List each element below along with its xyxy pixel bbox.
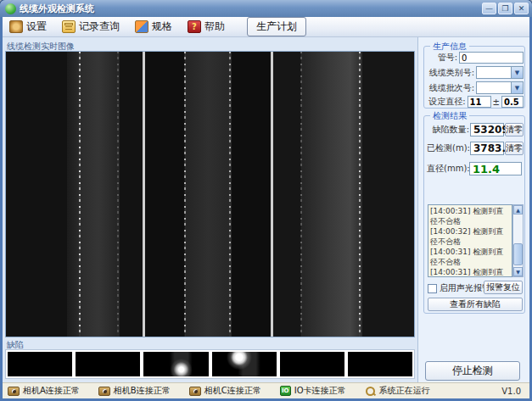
settings-icon	[9, 20, 23, 33]
toolbar: 设置 记录查询 规格 ? 帮助 生产计划	[3, 17, 529, 37]
wire-edge-highlight	[79, 52, 81, 337]
help-button[interactable]: ? 帮助	[186, 19, 227, 35]
client-area: 线缆检测实时图像 缺陷	[3, 37, 529, 382]
wire-edge-right	[359, 52, 361, 337]
defect-thumbnail[interactable]	[143, 352, 208, 376]
window-title: 线缆外观检测系统	[20, 3, 480, 15]
spec-label: 规格	[152, 19, 172, 34]
chevron-down-icon[interactable]: ▼	[511, 67, 523, 78]
defect-blob	[212, 352, 277, 376]
log-scrollbar[interactable]: ▲ ▼	[512, 204, 524, 277]
cable-batch-select[interactable]: ▼	[476, 81, 524, 94]
defect-thumbnail-strip	[5, 349, 415, 379]
version-label: V1.0	[501, 387, 524, 396]
cable-class-select[interactable]: ▼	[476, 66, 524, 79]
spec-icon	[135, 20, 148, 33]
log-entry: [14:00:31] 检测到直径不合格	[430, 206, 510, 226]
settings-label: 设置	[26, 19, 47, 34]
io-card-status-text: IO卡连接正常	[294, 385, 346, 397]
defect-thumbnail[interactable]	[8, 352, 72, 376]
maximize-button[interactable]: ❐	[498, 3, 512, 14]
alarm-checkbox-label: 启用声光报警	[440, 282, 490, 294]
defect-count-value: 53209	[470, 123, 504, 136]
defect-count-label: 缺陷数量:	[427, 124, 469, 136]
io-card-status: IO IO卡连接正常	[280, 385, 346, 397]
camera-c-view	[273, 52, 414, 337]
camera-a-view	[6, 52, 143, 337]
stop-detection-button[interactable]: 停止检测	[425, 361, 520, 381]
system-running-text: 系统正在运行	[379, 385, 430, 397]
tube-number-row: 管号:	[427, 52, 524, 64]
camera-b-status-text: 相机B连接正常	[114, 385, 171, 397]
settings-button[interactable]: 设置	[8, 19, 48, 35]
record-book-icon	[62, 20, 76, 33]
set-diameter-input[interactable]	[468, 96, 491, 108]
plus-minus-sign: ±	[493, 97, 500, 107]
tube-number-input[interactable]	[459, 52, 524, 64]
system-running-status: 系统正在运行	[365, 385, 430, 397]
view-all-defects-button[interactable]: 查看所有缺陷	[428, 298, 523, 311]
help-book-icon: ?	[188, 20, 201, 33]
wire-edge-right	[229, 52, 231, 337]
cable-class-row: 线缆类别号: ▼	[427, 66, 524, 79]
cable-class-label: 线缆类别号:	[427, 67, 474, 79]
camera-c-status-text: 相机C连接正常	[204, 385, 261, 397]
wire-edge-faint	[117, 52, 119, 337]
io-card-icon: IO	[280, 386, 291, 396]
wire-band	[301, 52, 362, 337]
wire-band	[185, 52, 232, 337]
camera-icon	[8, 387, 20, 396]
wire-band	[67, 52, 120, 337]
camera-icon	[98, 387, 110, 396]
defect-thumbnail[interactable]	[280, 352, 344, 376]
set-diameter-label: 设定直径:	[427, 96, 466, 108]
app-icon	[5, 3, 16, 14]
wire-edge-left	[184, 52, 186, 337]
production-plan-button[interactable]: 生产计划	[247, 17, 306, 36]
app-window: 线缆外观检测系统 — ❐ ✕ 设置 记录查询 规格 ? 帮助 生产计划 线缆检测…	[0, 0, 532, 401]
defect-blob	[143, 352, 208, 376]
defect-thumbnail[interactable]	[212, 352, 277, 376]
right-panel: 生产信息 管号: 线缆类别号: ▼ 线缆批次号: ▼	[417, 37, 529, 382]
camera-a-status-text: 相机A连接正常	[23, 385, 80, 397]
close-button[interactable]: ✕	[514, 3, 529, 14]
detection-results-group: 检测结果 缺陷数量: 53209 清零 已检测(m): 3783.3 清零 直径…	[423, 115, 525, 314]
scroll-down-icon[interactable]: ▼	[513, 267, 523, 276]
clear-measured-button[interactable]: 清零	[505, 142, 524, 155]
spec-button[interactable]: 规格	[133, 19, 174, 35]
defect-count-row: 缺陷数量: 53209 清零	[427, 123, 524, 136]
tube-number-label: 管号:	[427, 52, 457, 64]
production-info-title: 生产信息	[430, 41, 469, 53]
camera-icon	[189, 387, 201, 396]
tolerance-input[interactable]	[501, 96, 524, 108]
record-query-label: 记录查询	[79, 19, 120, 34]
scrollbar-thumb[interactable]	[513, 243, 523, 265]
clear-defect-count-button[interactable]: 清零	[505, 123, 524, 136]
minimize-button[interactable]: —	[482, 3, 496, 14]
wire-edge-left	[300, 52, 302, 337]
set-diameter-row: 设定直径: ±	[427, 96, 524, 108]
scroll-up-icon[interactable]: ▲	[513, 205, 523, 214]
status-bar: 相机A连接正常 相机B连接正常 相机C连接正常 IO IO卡连接正常 系统正在运…	[3, 382, 529, 398]
detection-results-title: 检测结果	[430, 110, 469, 122]
alarm-reset-button[interactable]: 报警复位	[484, 281, 523, 294]
record-query-button[interactable]: 记录查询	[60, 19, 121, 35]
title-bar[interactable]: 线缆外观检测系统 — ❐ ✕	[0, 0, 532, 17]
diameter-row: 直径(mm): 11.4	[427, 162, 524, 175]
camera-c-status: 相机C连接正常	[189, 385, 261, 397]
cable-batch-row: 线缆批次号: ▼	[427, 81, 524, 94]
alarm-checkbox[interactable]	[428, 284, 437, 293]
defect-thumbnail[interactable]	[76, 352, 140, 376]
magnifier-icon	[365, 386, 376, 397]
chevron-down-icon[interactable]: ▼	[511, 82, 523, 93]
log-entry: [14:00:31] 检测到直径不合格	[430, 247, 510, 267]
log-entry: [14:00:31] 检测到直径不合格	[430, 267, 510, 277]
camera-b-view	[145, 52, 271, 337]
camera-b-status: 相机B连接正常	[98, 385, 171, 397]
camera-a-status: 相机A连接正常	[8, 385, 80, 397]
cable-batch-label: 线缆批次号:	[427, 82, 474, 94]
production-info-group: 生产信息 管号: 线缆类别号: ▼ 线缆批次号: ▼	[423, 46, 525, 109]
defect-thumbnail[interactable]	[348, 352, 412, 376]
detection-log-list[interactable]: [14:00:31] 检测到直径不合格 [14:00:32] 检测到直径不合格 …	[428, 204, 512, 277]
help-label: 帮助	[204, 19, 225, 34]
